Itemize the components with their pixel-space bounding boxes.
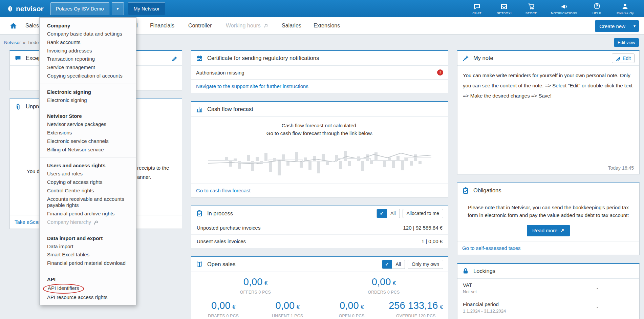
support-site-link[interactable]: Navigate to the support site for further… [196,83,308,89]
read-more-button[interactable]: Read more ↗ [527,225,570,236]
menu-item-users-and-roles[interactable]: Users and roles [40,170,136,178]
list-item[interactable]: Unposted purchase invoices 120 | 92 585,… [191,221,448,235]
red-circle-annotation: API identifiers [43,284,84,294]
nav-controller[interactable]: Controller [188,17,212,34]
netbox-button[interactable]: NETBOXI [497,3,512,15]
list-item[interactable]: Unsent sales invoices 1 | 0,00 € [191,235,448,248]
menu-item-api-identifiers[interactable]: API identifiers [40,283,136,293]
edit-view-button[interactable]: Edit view [614,38,639,47]
menu-section-users-access: Users and access rights Users and roles … [40,157,136,230]
user-menu-button[interactable]: Polares Oy [617,3,634,15]
stat-label: OFFERS 0 PCS [191,290,320,295]
help-label: HELP [593,11,601,15]
menu-item-extensions[interactable]: Extensions [40,129,136,137]
menu-section-api: API API identifiers API resource access … [40,271,136,305]
cashflow-message-line2: Go to cash flow forecast through the lin… [194,129,445,137]
menu-item-financial-period-material-download[interactable]: Financial period material download [40,259,136,268]
nav-salaries[interactable]: Salaries [282,17,301,34]
create-new-button[interactable]: Create new ▾ [595,20,639,32]
menu-item-bank-accounts[interactable]: Bank accounts [40,38,136,47]
edit-icon[interactable] [172,56,177,61]
menu-item-api-resource-access-rights[interactable]: API resource access rights [40,293,136,302]
lock-icon [93,220,98,225]
netvisor-logo[interactable]: netvisor [0,5,50,13]
widget-title: Certificate for sending regulatory notif… [207,55,319,61]
row-label: VAT [463,282,477,288]
note-edit-button[interactable]: Edit [612,54,635,63]
menu-item-company-basic-data[interactable]: Company basic data and settings [40,30,136,38]
check-icon: ✔ [377,209,387,218]
help-button[interactable]: HELP [589,3,604,15]
take-escan-link[interactable]: Take eScan [15,219,41,225]
store-cart-icon [528,3,535,10]
list-item[interactable]: Financial period 1.1.2024 - 31.12.2024 - [457,298,639,317]
store-button[interactable]: STORE [524,3,539,15]
filter-only-my-own-button[interactable]: Only my own [408,260,443,269]
nav-extensions[interactable]: Extensions [314,17,340,34]
stats-row: 0,00€ OFFERS 0 PCS 0,00€ ORDERS 0 PCS [191,272,448,296]
menu-item-invoicing-addresses[interactable]: Invoicing addresses [40,47,136,55]
list-item[interactable]: VAT Not set - [457,279,639,298]
status-row: Authorisation missing ! [191,66,448,79]
breadcrumb-root-link[interactable]: Netvisor [4,40,21,45]
menu-section-title: Netvisor Store [40,111,136,120]
menu-item-data-import[interactable]: Data import [40,242,136,251]
filter-group: ✔ All Allocated to me [377,209,443,218]
note-text[interactable]: You can make write reminders for yoursel… [457,66,639,163]
filter-all-label: All [392,260,405,269]
stat-unsent[interactable]: 0,00€ UNSENT 1 PCS [256,300,320,318]
filter-allocated-button[interactable]: Allocated to me [403,209,444,218]
read-more-label: Read more [532,228,557,233]
open-book-icon [196,261,203,268]
company-selector-arrow-button[interactable]: ▾ [112,2,124,15]
list-item[interactable]: Accounts payable Not set - [457,317,639,319]
menu-item-electronic-service-channels[interactable]: Electronic service channels [40,137,136,146]
notifications-button[interactable]: NOTIFICATIONS [551,3,577,15]
menu-item-copying-access-rights[interactable]: Copying of access rights [40,178,136,187]
menu-item-service-packages[interactable]: Netvisor service packages [40,120,136,129]
filter-all-button[interactable]: ✔ All [382,260,405,269]
menu-item-copying-specification[interactable]: Copying specification of accounts [40,72,136,80]
stat-currency: € [361,304,364,310]
widget-obligations: Obligations Please note that in Netvisor… [457,183,640,255]
stat-open[interactable]: 0,00€ OPEN 0 PCS [320,300,384,318]
row-label: Financial period [463,301,506,307]
row-value: - [597,304,634,310]
filter-all-button[interactable]: ✔ All [377,209,400,218]
home-tab[interactable] [9,17,17,34]
company-selector-button[interactable]: Polares Oy ISV Demo [50,2,109,15]
menu-section-data-import-export: Data import and export Data import Smart… [40,230,136,271]
menu-item-transaction-reporting[interactable]: Transaction reporting [40,55,136,63]
stat-overdue[interactable]: 256 133,16€ OVERDUE 120 PCS [384,300,448,318]
stat-drafts[interactable]: 0,00€ DRAFTS 0 PCS [191,300,256,318]
my-netvisor-button[interactable]: My Netvisor [128,2,166,15]
stat-orders[interactable]: 0,00€ ORDERS 0 PCS [320,276,448,295]
stat-value: 0,00 [243,276,262,287]
stat-value: 0,00 [211,300,230,311]
cashflow-link[interactable]: Go to cash flow forecast [196,188,251,193]
nav-financials[interactable]: Financials [150,17,174,34]
menu-item-service-management[interactable]: Service management [40,63,136,72]
menu-section-electronic-signing: Electronic signing Electronic signing [40,84,136,108]
menu-item-ar-ap-rights[interactable]: Accounts receivable and accounts payable… [40,195,136,210]
menu-item-control-centre-rights[interactable]: Control Centre rights [40,187,136,195]
lock-icon [462,268,469,274]
menu-section-company: Company Company basic data and settings … [40,18,136,84]
nav-sales[interactable]: Sales [25,17,39,34]
widget-title: My note [473,55,493,61]
stat-offers[interactable]: 0,00€ OFFERS 0 PCS [191,276,320,295]
self-assessed-taxes-link[interactable]: Go to self-assessed taxes [462,245,521,251]
menu-item-smart-excel-tables[interactable]: Smart Excel tables [40,251,136,259]
menu-item-electronic-signing[interactable]: Electronic signing [40,96,136,105]
nav-item-fragment[interactable]: l [136,17,138,34]
text-fragment: receipts to the [137,165,169,171]
chat-icon [473,3,480,10]
company-settings-menu: Company Company basic data and settings … [39,17,136,305]
clipboard-check-icon [196,210,203,217]
chat-button[interactable]: CHAT [470,3,485,15]
menu-item-financial-period-archive-rights[interactable]: Financial period archive rights [40,210,136,218]
menu-item-billing[interactable]: Billing of Netvisor service [40,146,136,154]
status-text: Authorisation missing [196,70,244,76]
menu-section-netvisor-store: Netvisor Store Netvisor service packages… [40,108,136,157]
cashflow-sparkline [201,139,438,182]
